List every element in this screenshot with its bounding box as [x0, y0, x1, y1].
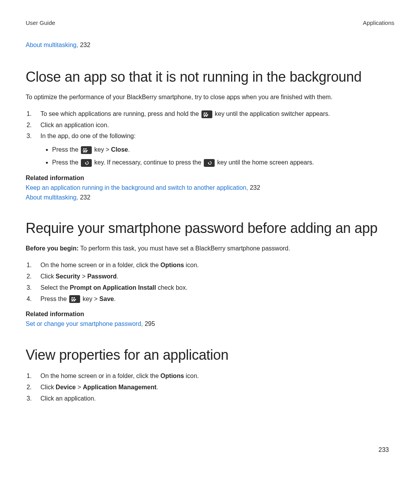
steps-close-app: To see which applications are running, p…: [26, 108, 394, 168]
svg-rect-12: [83, 151, 85, 152]
svg-rect-6: [206, 116, 208, 117]
svg-rect-15: [74, 298, 75, 299]
svg-rect-5: [203, 116, 205, 117]
steps-require-password: On the home screen or in a folder, click…: [26, 260, 394, 304]
step-3: Select the Prompt on Application Install…: [33, 282, 394, 294]
related-links-1: Keep an application running in the backg…: [26, 183, 394, 203]
page-content: User Guide Applications About multitaski…: [0, 0, 420, 404]
svg-rect-1: [205, 112, 207, 114]
related-info-heading-1: Related information: [26, 175, 394, 182]
heading-require-password: Require your smartphone password before …: [26, 219, 394, 237]
svg-rect-16: [71, 299, 72, 300]
heading-view-properties: View properties for an application: [26, 346, 394, 364]
step-1: On the home screen or in a folder, click…: [33, 371, 394, 382]
svg-rect-20: [74, 300, 75, 301]
svg-rect-2: [203, 114, 204, 116]
step-3: Click an application.: [33, 393, 394, 404]
svg-rect-13: [85, 151, 87, 152]
link-about-multitasking-2-page: 232: [80, 194, 91, 201]
svg-rect-3: [205, 114, 206, 116]
step-3-bullets: Press the key > Close. Press the key. If…: [40, 144, 394, 168]
svg-rect-19: [72, 300, 74, 301]
link-about-multitasking-2[interactable]: About multitasking,: [26, 194, 78, 201]
related-links-2: Set or change your smartphone password, …: [26, 319, 394, 329]
step-4: Press the key > Save.: [33, 294, 394, 305]
heading-close-app: Close an app so that it is not running i…: [26, 68, 394, 86]
link-keep-app-running-page: 232: [250, 184, 260, 191]
svg-rect-17: [72, 299, 74, 300]
svg-rect-8: [85, 148, 87, 149]
back-key-icon: [204, 159, 215, 167]
blackberry-key-icon: [81, 146, 92, 154]
step-2: Click Security > Password.: [33, 271, 394, 282]
top-reference-page: 232: [80, 42, 91, 48]
link-about-multitasking[interactable]: About multitasking,: [26, 42, 78, 48]
blackberry-key-icon: [201, 110, 212, 118]
svg-rect-7: [83, 148, 85, 149]
step-1: To see which applications are running, p…: [33, 108, 394, 120]
page-header: User Guide Applications: [26, 19, 394, 26]
before-you-begin: Before you begin: To perform this task, …: [26, 244, 394, 254]
svg-rect-4: [206, 114, 208, 116]
top-reference: About multitasking, 232: [26, 42, 394, 49]
svg-rect-0: [203, 112, 205, 114]
related-info-heading-2: Related information: [26, 311, 394, 318]
link-set-password[interactable]: Set or change your smartphone password,: [26, 320, 143, 327]
step-1: On the home screen or in a folder, click…: [33, 260, 394, 271]
svg-rect-10: [84, 150, 86, 151]
link-set-password-page: 295: [145, 320, 155, 327]
step-2: Click Device > Application Management.: [33, 382, 394, 393]
steps-view-properties: On the home screen or in a folder, click…: [26, 371, 394, 404]
step-2: Click an application icon.: [33, 120, 394, 131]
blackberry-key-icon: [69, 295, 80, 303]
svg-rect-18: [74, 299, 76, 300]
svg-rect-11: [86, 150, 88, 151]
header-right: Applications: [363, 19, 394, 26]
back-key-icon: [81, 159, 92, 167]
header-left: User Guide: [26, 19, 55, 26]
bullet-back: Press the key. If necessary, continue to…: [52, 157, 394, 168]
bullet-close: Press the key > Close.: [52, 144, 394, 156]
svg-rect-14: [71, 298, 73, 299]
intro-close-app: To optimize the performance of your Blac…: [26, 93, 394, 102]
link-keep-app-running[interactable]: Keep an application running in the backg…: [26, 184, 248, 191]
step-3: In the app, do one of the following: Pre…: [33, 131, 394, 168]
svg-rect-9: [83, 150, 84, 151]
page-number: 233: [378, 446, 389, 453]
